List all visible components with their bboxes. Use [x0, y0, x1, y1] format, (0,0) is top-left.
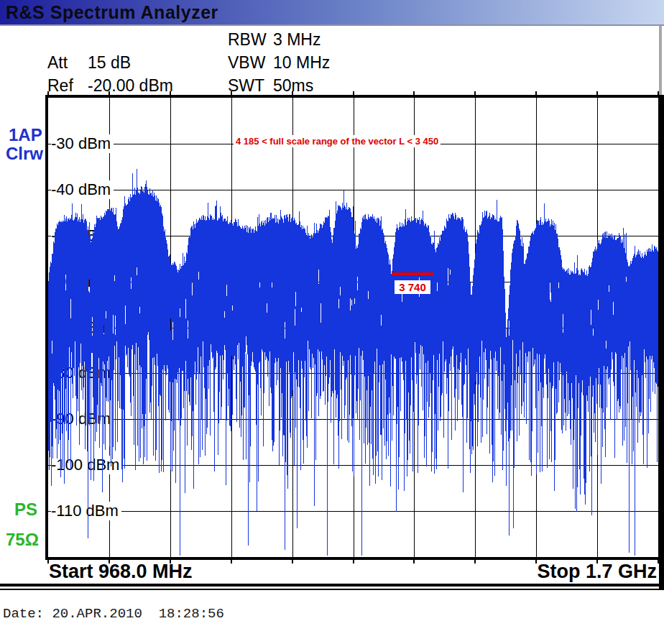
- frequency-axis-row: Start 968.0 MHz Stop 1.7 GHz: [0, 561, 664, 583]
- att-readout: Att15 dB: [47, 53, 131, 73]
- right-edge-gray-strip: [659, 26, 662, 95]
- swt-value: 50ms: [273, 76, 313, 95]
- trace-mode-label: Clrw: [6, 144, 43, 164]
- frequency-tick: [170, 91, 171, 95]
- ref-readout: Ref-20.00 dBm: [47, 76, 173, 96]
- att-value: 15 dB: [88, 53, 131, 72]
- frequency-tick: [413, 91, 415, 95]
- swt-readout: SWT50ms: [228, 76, 313, 96]
- frequency-tick: [596, 91, 598, 95]
- stop-frequency-label: Stop 1.7 GHz: [537, 561, 657, 581]
- frequency-tick: [353, 91, 354, 95]
- rbw-value: 3 MHz: [273, 30, 321, 49]
- ref-label: Ref: [47, 76, 88, 96]
- rbw-readout: RBW3 MHz: [228, 30, 321, 50]
- spectrum-trace: [48, 98, 658, 557]
- start-frequency-label: Start 968.0 MHz: [49, 561, 193, 581]
- frequency-tick: [535, 91, 537, 95]
- marker-line: [392, 272, 433, 275]
- frequency-tick: [292, 91, 293, 95]
- marker-label: 3 740: [395, 280, 430, 294]
- frequency-tick: [109, 91, 110, 95]
- detector-label: 1AP: [9, 125, 42, 145]
- date-stamp: Date: 20.APR.2010 18:28:56: [3, 606, 224, 622]
- frequency-tick: [47, 91, 49, 95]
- title-bar-divider: [0, 24, 664, 26]
- window-title: R&S Spectrum Analyzer: [6, 2, 218, 22]
- right-edge-black-strip: [659, 95, 664, 589]
- frequency-tick: [231, 91, 232, 95]
- impedance-label: 75Ω: [6, 530, 39, 550]
- rbw-label: RBW: [228, 30, 273, 50]
- vbw-label: VBW: [228, 53, 273, 73]
- footer-rule-thick: [0, 584, 664, 586]
- ref-value: -20.00 dBm: [88, 76, 173, 95]
- preselector-label: PS: [14, 500, 37, 520]
- swt-label: SWT: [228, 76, 273, 96]
- graticule: 4 185 < full scale range of the vector L…: [45, 95, 661, 560]
- frequency-tick: [474, 91, 476, 95]
- vbw-readout: VBW10 MHz: [228, 53, 330, 73]
- att-label: Att: [47, 53, 88, 73]
- full-scale-range-annotation: 4 185 < full scale range of the vector L…: [234, 135, 441, 147]
- title-bar: R&S Spectrum Analyzer: [0, 0, 664, 24]
- footer-rule-thin: [0, 589, 664, 590]
- vbw-value: 10 MHz: [273, 53, 330, 72]
- spectrum-analyzer-screen: R&S Spectrum Analyzer RBW3 MHz Att15 dB …: [0, 0, 664, 644]
